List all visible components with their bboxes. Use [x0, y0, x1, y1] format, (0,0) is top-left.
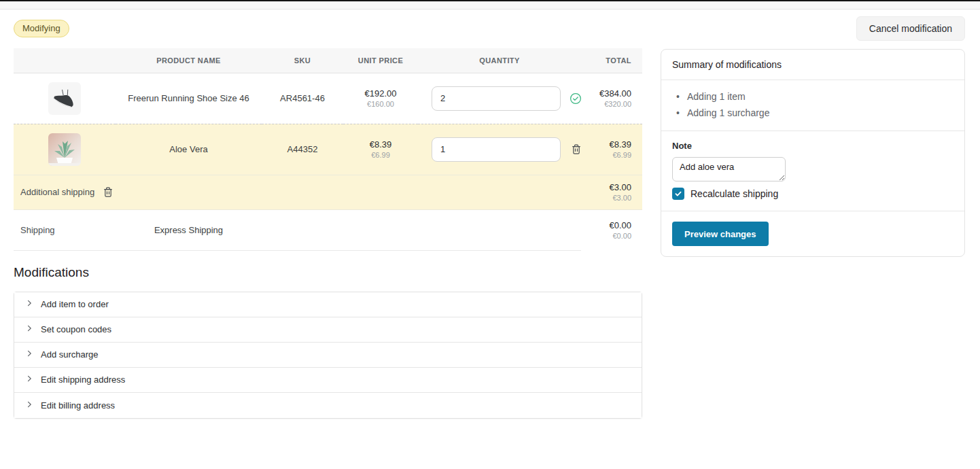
note-section: Note Add aloe vera Recalculate shipping	[661, 131, 964, 211]
total-net: €3.00	[581, 194, 631, 202]
unit-price-cell: €192.00 €160.00	[343, 73, 418, 124]
summary-bullet-list: Adding 1 item Adding 1 surcharge	[661, 80, 964, 131]
table-header-row: PRODUCT NAME SKU UNIT PRICE QUANTITY TOT…	[14, 48, 642, 73]
quantity-valid-check-icon	[570, 92, 582, 105]
total-gross: €384.00	[581, 88, 631, 99]
accordion-item-edit-shipping-address[interactable]: Edit shipping address	[14, 368, 642, 393]
accordion-item-add-surcharge[interactable]: Add surcharge	[14, 343, 642, 368]
status-badge: Modifying	[14, 20, 69, 37]
summary-bullet-item: Adding 1 item	[672, 88, 953, 105]
column-header-unit-price: UNIT PRICE	[343, 48, 418, 73]
total-cell: €0.00 €0.00	[581, 209, 642, 250]
shipping-method: Express Shipping	[116, 209, 262, 250]
table-row-aloe: Aloe Vera A44352 €8.39 €6.99	[14, 124, 642, 175]
accordion-item-edit-billing-address[interactable]: Edit billing address	[14, 393, 642, 418]
total-gross: €3.00	[581, 182, 631, 192]
table-row-surcharge: Additional shipping	[14, 175, 642, 209]
total-net: €320.00	[581, 100, 631, 108]
column-header-thumbnail	[14, 48, 116, 73]
table-row-shoe: Freerun Running Shoe Size 46 AR4561-46 €…	[14, 73, 642, 124]
order-modification-page: Modifying Cancel modification PRODUCT NA…	[0, 16, 980, 419]
order-items-table: PRODUCT NAME SKU UNIT PRICE QUANTITY TOT…	[14, 48, 642, 251]
product-name: Aloe Vera	[116, 124, 262, 175]
unit-price-cell: €8.39 €6.99	[343, 124, 418, 175]
remove-surcharge-trash-icon[interactable]	[101, 185, 115, 199]
column-header-sku: SKU	[262, 48, 343, 73]
top-bar	[0, 1, 980, 10]
column-header-product-name: PRODUCT NAME	[116, 48, 262, 73]
modifications-accordion: Add item to order Set coupon codes Add s…	[14, 292, 642, 419]
accordion-item-coupon-codes[interactable]: Set coupon codes	[14, 317, 642, 343]
total-net: €6.99	[581, 151, 631, 159]
unit-price-gross: €8.39	[343, 139, 418, 150]
preview-changes-button[interactable]: Preview changes	[672, 222, 769, 246]
page-header: Modifying Cancel modification	[14, 16, 965, 41]
total-cell: €8.39 €6.99	[581, 124, 642, 175]
note-label: Note	[672, 141, 953, 151]
column-header-quantity: QUANTITY	[418, 48, 581, 73]
unit-price-net: €6.99	[343, 151, 418, 159]
summary-bullet-item: Adding 1 surcharge	[672, 105, 953, 121]
product-thumbnail-aloe-image	[48, 133, 81, 166]
summary-title: Summary of modifications	[661, 50, 964, 80]
quantity-input-aloe[interactable]	[432, 137, 561, 162]
product-sku: AR4561-46	[262, 73, 343, 124]
accordion-item-add-item[interactable]: Add item to order	[14, 292, 642, 317]
checkbox-checked-icon	[672, 188, 684, 200]
column-header-total: TOTAL	[581, 48, 642, 73]
unit-price-net: €160.00	[343, 100, 418, 108]
recalculate-shipping-label: Recalculate shipping	[690, 188, 778, 199]
remove-item-trash-icon[interactable]	[570, 142, 583, 156]
summary-of-modifications-card: Summary of modifications Adding 1 item A…	[661, 49, 965, 257]
chevron-right-icon	[25, 375, 33, 385]
total-net: €0.00	[581, 232, 631, 240]
unit-price-gross: €192.00	[343, 88, 418, 99]
chevron-right-icon	[25, 349, 33, 360]
product-thumbnail-shoe-image	[48, 82, 81, 115]
accordion-item-label: Add item to order	[41, 299, 109, 309]
modifications-heading: Modifications	[14, 265, 642, 280]
quantity-input-shoe[interactable]	[432, 86, 561, 111]
product-sku: A44352	[262, 124, 343, 175]
summary-footer: Preview changes	[661, 211, 964, 256]
recalculate-shipping-checkbox[interactable]: Recalculate shipping	[672, 188, 953, 200]
cancel-modification-button[interactable]: Cancel modification	[856, 16, 965, 41]
note-textarea[interactable]: Add aloe vera	[672, 157, 786, 181]
accordion-item-label: Set coupon codes	[41, 324, 111, 334]
surcharge-label: Additional shipping	[20, 187, 94, 197]
product-name: Freerun Running Shoe Size 46	[116, 73, 262, 124]
table-row-shipping: Shipping Express Shipping €0.00 €0.00	[14, 209, 642, 250]
accordion-item-label: Add surcharge	[41, 349, 99, 360]
chevron-right-icon	[25, 400, 33, 411]
total-gross: €8.39	[581, 139, 631, 150]
shipping-label: Shipping	[14, 209, 116, 250]
chevron-right-icon	[25, 299, 33, 309]
total-gross: €0.00	[581, 220, 631, 230]
chevron-right-icon	[25, 324, 33, 334]
accordion-item-label: Edit billing address	[41, 400, 115, 411]
total-cell: €384.00 €320.00	[581, 73, 642, 124]
total-cell: €3.00 €3.00	[581, 175, 642, 209]
order-items-section: PRODUCT NAME SKU UNIT PRICE QUANTITY TOT…	[14, 48, 642, 419]
accordion-item-label: Edit shipping address	[41, 375, 125, 385]
